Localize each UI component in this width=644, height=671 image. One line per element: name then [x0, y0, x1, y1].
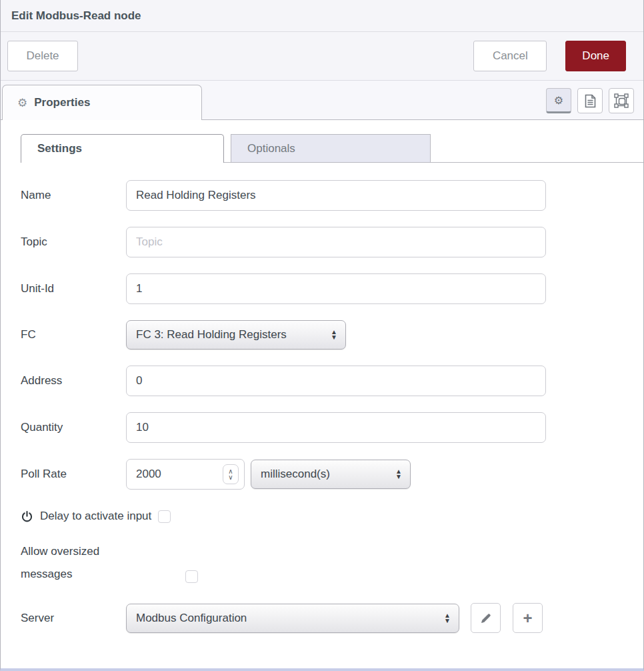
properties-tab-label: Properties — [34, 96, 90, 109]
spinner-down-icon: ∨ — [228, 474, 233, 480]
fc-selected-value: FC 3: Read Holding Registers — [136, 328, 320, 342]
tab-optionals[interactable]: Optionals — [231, 134, 431, 162]
poll-rate-unit-select[interactable]: millisecond(s) ▲ ▼ — [251, 460, 411, 489]
gear-icon: ⚙ — [17, 96, 27, 110]
plus-icon: + — [523, 609, 532, 628]
edit-node-dialog: Edit Modbus-Read node Delete Cancel Done… — [0, 0, 644, 671]
dialog-content: Settings Optionals Name Topic Unit-Id — [1, 120, 643, 668]
oversized-checkbox[interactable] — [185, 570, 198, 583]
dialog-toolbar: Delete Cancel Done — [1, 32, 643, 81]
server-row: Server Modbus Configuration ▲ ▼ + — [21, 603, 623, 633]
oversized-row: Allow oversized messages — [21, 540, 623, 586]
delay-row: Delay to activate input — [21, 510, 623, 523]
poll-rate-label: Poll Rate — [21, 468, 126, 481]
select-updown-icon: ▲ ▼ — [444, 613, 451, 624]
delete-button[interactable]: Delete — [7, 41, 78, 71]
quantity-row: Quantity — [21, 412, 623, 443]
done-button[interactable]: Done — [565, 41, 626, 71]
node-properties-button[interactable]: ⚙ — [546, 88, 571, 113]
power-icon — [21, 510, 33, 523]
poll-rate-unit-value: millisecond(s) — [261, 468, 385, 481]
settings-tab-label: Settings — [37, 142, 82, 155]
settings-tabs: Settings Optionals — [21, 133, 643, 163]
gear-icon: ⚙ — [554, 94, 563, 107]
fc-row: FC FC 3: Read Holding Registers ▲ ▼ — [21, 320, 623, 350]
address-input[interactable] — [126, 366, 546, 396]
optionals-tab-label: Optionals — [247, 142, 295, 155]
settings-form: Name Topic Unit-Id FC FC 3: Read Holding… — [1, 163, 643, 633]
address-label: Address — [21, 374, 126, 388]
name-row: Name — [21, 180, 623, 211]
editor-icon-buttons: ⚙ — [546, 88, 634, 113]
server-selected-value: Modbus Configuration — [136, 612, 433, 625]
delay-checkbox[interactable] — [158, 510, 171, 523]
poll-rate-row: Poll Rate ∧ ∨ millisecond(s) ▲ ▼ — [21, 459, 623, 490]
poll-rate-field: ∧ ∨ — [126, 459, 245, 490]
select-updown-icon: ▲ ▼ — [331, 329, 337, 340]
name-input[interactable] — [126, 180, 546, 211]
pencil-icon — [480, 612, 492, 624]
topic-input[interactable] — [126, 227, 546, 257]
address-row: Address — [21, 366, 623, 396]
delay-label: Delay to activate input — [40, 510, 151, 523]
topic-label: Topic — [21, 235, 126, 249]
properties-tab-row: ⚙ Properties ⚙ — [1, 81, 643, 120]
tab-settings[interactable]: Settings — [21, 134, 224, 163]
unit-id-label: Unit-Id — [21, 282, 126, 295]
node-description-button[interactable] — [577, 88, 603, 113]
name-label: Name — [21, 189, 126, 202]
appearance-icon — [614, 93, 629, 108]
edit-server-button[interactable] — [471, 603, 501, 633]
unit-id-row: Unit-Id — [21, 273, 623, 304]
fc-label: FC — [21, 328, 126, 342]
select-updown-icon: ▲ ▼ — [395, 469, 402, 480]
server-select[interactable]: Modbus Configuration ▲ ▼ — [126, 604, 459, 633]
server-label: Server — [21, 612, 126, 625]
dialog-header: Edit Modbus-Read node — [1, 0, 643, 32]
add-server-button[interactable]: + — [513, 603, 543, 633]
topic-row: Topic — [21, 227, 623, 257]
fc-select[interactable]: FC 3: Read Holding Registers ▲ ▼ — [126, 320, 346, 350]
document-icon — [585, 94, 596, 108]
poll-rate-stepper[interactable]: ∧ ∨ — [223, 464, 239, 484]
cancel-button[interactable]: Cancel — [473, 41, 547, 71]
oversized-label: Allow oversized messages — [21, 540, 126, 586]
node-appearance-button[interactable] — [609, 88, 634, 113]
quantity-label: Quantity — [21, 421, 126, 434]
tab-properties[interactable]: ⚙ Properties — [2, 85, 202, 120]
dialog-title: Edit Modbus-Read node — [11, 9, 141, 23]
quantity-input[interactable] — [126, 412, 546, 443]
unit-id-input[interactable] — [126, 273, 546, 304]
